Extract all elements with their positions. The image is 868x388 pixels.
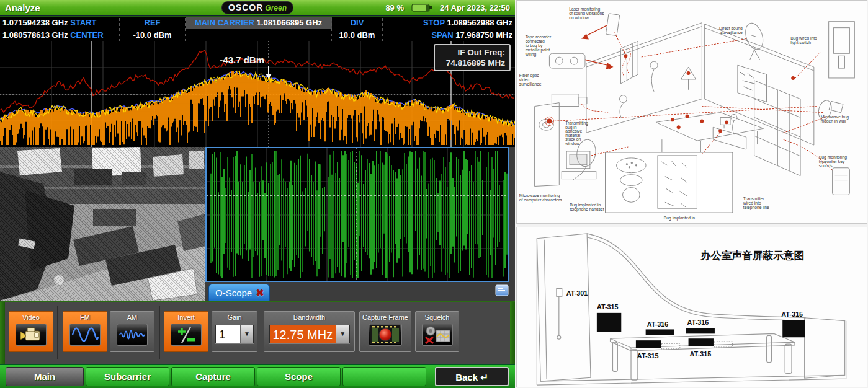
nav-capture[interactable]: Capture [171, 367, 255, 386]
bandwidth-value: 12.75 MHz [270, 325, 336, 343]
div-value: 10.0 dBm [332, 29, 383, 41]
marker-readout: -43.7 dBm [220, 55, 264, 65]
invert-plus-minus-icon [171, 324, 202, 346]
video-camera-icon [16, 324, 47, 346]
oscilloscope-window: O-Scope ✖ [205, 147, 515, 301]
diagram-label: Direct soundsurveillance [719, 26, 743, 35]
bandwidth-dropdown[interactable]: 12.75 MHz ▼ [269, 325, 350, 343]
title-bar: Analyze OSCOR Green 89 % 24 Apr 2023, 22… [0, 0, 515, 16]
diagram-label: Bug wired intolight switch [790, 36, 817, 45]
diagram-label: Tape recorderconnectedto bug bymetallic … [525, 35, 552, 57]
ref-label: REF [120, 17, 186, 29]
am-button[interactable]: AM [110, 311, 154, 352]
fm-wave-icon [69, 324, 101, 346]
span-field: SPAN 17.968750 MHz [383, 29, 515, 41]
device-label: AT-315 [781, 311, 803, 318]
window-icon[interactable] [495, 284, 509, 296]
chevron-down-icon[interactable]: ▼ [240, 325, 253, 343]
oscor-logo: OSCOR Green [221, 1, 293, 14]
bandwidth-group: Bandwidth 12.75 MHz ▼ [264, 311, 355, 352]
masking-title: 办公室声音屏蔽示意图 [700, 250, 804, 262]
svg-text:74.816895 MHz: 74.816895 MHz [446, 58, 506, 68]
start-field: 1.071594238 GHz START [0, 17, 120, 29]
diagram-label: Bug implanted in [664, 216, 695, 221]
device-label: AT-316 [687, 319, 709, 326]
invert-button[interactable]: Invert [164, 311, 208, 352]
div-label: DIV [332, 17, 383, 29]
squelch-button[interactable]: Squelch [415, 311, 459, 352]
center-field: 1.080578613 GHz CENTER [0, 29, 120, 41]
diagram-label: Microwave monitoringof computer characte… [519, 193, 563, 203]
controls-bar: Video FM AM Invert [0, 301, 515, 364]
device-label: AT-315 [690, 350, 712, 358]
film-frame-icon [369, 324, 402, 346]
device-label: AT-315 [597, 303, 619, 311]
diagram-label: Bug monitoringtypewriter keysounds [819, 155, 848, 168]
oscilloscope-display [205, 147, 509, 282]
device-label: AT-301 [566, 289, 588, 297]
battery-icon [411, 3, 432, 12]
diagram-label: Transmittingbug inadhesivematerialstuck … [565, 121, 588, 145]
screenshot-root: Analyze OSCOR Green 89 % 24 Apr 2023, 22… [0, 0, 868, 388]
battery-percent: 89 % [385, 3, 404, 12]
nav-subcarrier[interactable]: Subcarrier [86, 367, 169, 386]
main-carrier-field: MAIN CARRIER 1.081066895 GHz [186, 17, 332, 29]
nav-scope[interactable]: Scope [257, 367, 341, 386]
gain-dropdown[interactable]: 1 ▼ [215, 325, 254, 343]
nav-blank[interactable] [342, 367, 426, 386]
device-label: AT-316 [647, 320, 669, 328]
diagram-label: Microwave bughidden in wall [821, 115, 849, 123]
return-arrow-icon: ↵ [480, 372, 488, 382]
diagram-label: Transmitterwired intotelephone line [743, 196, 769, 210]
device-label: AT-315 [637, 352, 659, 359]
diagram-label: Fiber-opticvideosurveillance [519, 73, 542, 86]
spectrum-display: -43.7 dBm IF Out Freq: 74.816895 MHz [0, 41, 515, 147]
equipment-photo [0, 147, 205, 301]
squelch-icon [422, 324, 453, 346]
svg-text:IF Out Freq:: IF Out Freq: [458, 48, 506, 57]
page-title: Analyze [5, 2, 40, 13]
back-button[interactable]: Back ↵ [435, 367, 509, 386]
chevron-down-icon[interactable]: ▼ [336, 325, 349, 343]
oscope-tab[interactable]: O-Scope ✖ [208, 284, 270, 301]
fm-button[interactable]: FM [63, 311, 107, 352]
ref-value: -10.0 dBm [120, 29, 186, 41]
nav-main[interactable]: Main [6, 367, 84, 386]
oscor-analyzer-panel: Analyze OSCOR Green 89 % 24 Apr 2023, 22… [0, 0, 515, 388]
frequency-header: 1.071594238 GHz START REF MAIN CARRIER 1… [0, 17, 515, 41]
close-icon[interactable]: ✖ [256, 287, 264, 299]
video-button[interactable]: Video [9, 311, 53, 352]
datetime: 24 Apr 2023, 22:50 [440, 3, 510, 12]
diagram-label: Bug implanted intelephone handset [570, 203, 604, 212]
gain-value: 1 [216, 325, 240, 343]
diagram-label: Laser monitoringof sound vibrationson wi… [569, 7, 604, 20]
am-wave-icon [117, 324, 148, 346]
sound-masking-diagram: 办公室声音屏蔽示意图 AT-301 AT-315 AT-316 AT-316 A… [516, 227, 867, 387]
stop-field: STOP 1.089562988 GHz [383, 17, 515, 29]
bottom-nav: Main Subcarrier Capture Scope Back ↵ [0, 364, 515, 388]
bugged-room-diagram: Laser monitoringof sound vibrationson wi… [516, 0, 867, 224]
if-out-freq-box: IF Out Freq: 74.816895 MHz [434, 45, 510, 71]
capture-frame-button[interactable]: Capture Frame [359, 311, 411, 352]
gain-group: Gain 1 ▼ [212, 311, 257, 352]
oscope-tab-bar: O-Scope ✖ [205, 282, 515, 301]
